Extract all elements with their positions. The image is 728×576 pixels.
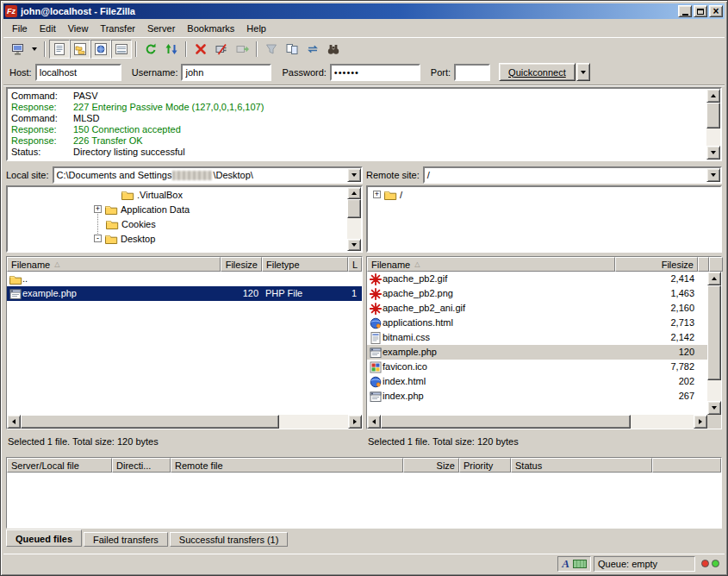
username-input[interactable]: [181, 64, 271, 81]
toggle-remote-tree-button[interactable]: [90, 40, 111, 59]
menu-file[interactable]: File: [6, 21, 34, 36]
close-button[interactable]: [709, 5, 723, 17]
local-list-header: Filename△ Filesize Filetype L: [7, 257, 362, 272]
combo-dropdown-button[interactable]: [706, 168, 720, 182]
menu-edit[interactable]: Edit: [34, 21, 62, 36]
menu-bookmarks[interactable]: Bookmarks: [181, 21, 240, 36]
reconnect-button[interactable]: [232, 40, 252, 59]
indicator-panel: A: [557, 556, 591, 572]
disconnect-icon: [215, 42, 228, 56]
password-input[interactable]: [330, 64, 420, 81]
scroll-thumb[interactable]: [381, 415, 631, 429]
scroll-up-button[interactable]: [706, 89, 720, 103]
find-files-button[interactable]: [323, 40, 344, 59]
disconnect-button[interactable]: [211, 40, 232, 59]
local-tree-icon: [73, 42, 87, 56]
column-header-server-local-file[interactable]: Server/Local file: [7, 458, 112, 473]
scroll-thumb[interactable]: [347, 199, 361, 218]
column-header-remote-file[interactable]: Remote file: [171, 458, 403, 473]
scroll-up-button[interactable]: [347, 187, 361, 199]
site-manager-dropdown[interactable]: [28, 40, 40, 59]
process-queue-button[interactable]: [161, 40, 182, 59]
column-header-size[interactable]: Size: [403, 458, 459, 473]
refresh-button[interactable]: [140, 40, 161, 59]
column-header-status[interactable]: Status: [511, 458, 652, 473]
scroll-right-button[interactable]: [348, 415, 362, 429]
menu-server[interactable]: Server: [141, 21, 181, 36]
tab-failed-transfers[interactable]: Failed transfers: [84, 532, 168, 547]
compare-button[interactable]: [282, 40, 302, 59]
local-site-combo[interactable]: C:\Documents and Settings\Desktop\: [53, 166, 363, 184]
tree-item-application-data[interactable]: + Application Data: [8, 202, 361, 216]
expand-icon[interactable]: +: [373, 191, 381, 198]
scroll-up-button[interactable]: [707, 272, 721, 285]
menu-bar: File Edit View Transfer Server Bookmarks…: [3, 20, 725, 37]
column-header-last-modified[interactable]: L: [348, 257, 362, 272]
site-manager-button[interactable]: [8, 40, 28, 59]
remote-file-row[interactable]: apache_pb2.gif 2,414: [367, 272, 707, 286]
remote-site-combo[interactable]: /: [423, 166, 722, 184]
port-input[interactable]: [454, 64, 490, 81]
transfer-type-icon[interactable]: A: [562, 558, 569, 569]
scroll-thumb[interactable]: [707, 285, 721, 380]
quickconnect-dropdown[interactable]: [576, 63, 590, 81]
toggle-transfer-queue-button[interactable]: [111, 40, 132, 59]
scroll-down-button[interactable]: [707, 401, 721, 415]
menu-help[interactable]: Help: [240, 21, 272, 36]
tree-item-virtualbox[interactable]: .VirtualBox: [8, 187, 361, 202]
scroll-right-button[interactable]: [694, 415, 707, 429]
menu-view[interactable]: View: [62, 21, 95, 36]
title-bar[interactable]: Fz john@localhost - FileZilla: [3, 3, 725, 19]
local-list-hscrollbar[interactable]: [7, 415, 362, 429]
scroll-thumb[interactable]: [706, 103, 720, 128]
synchronized-browsing-button[interactable]: [302, 40, 323, 59]
log-scrollbar[interactable]: [706, 89, 720, 160]
remote-file-row[interactable]: apache_pb2_ani.gif 2,160: [367, 301, 707, 316]
remote-file-row-example-php[interactable]: example.php 120: [367, 345, 707, 360]
tree-item-desktop[interactable]: - Desktop: [8, 231, 361, 246]
toggle-local-tree-button[interactable]: [70, 40, 90, 59]
remote-file-row[interactable]: index.html 202: [367, 374, 707, 389]
column-header-filename[interactable]: Filename△: [367, 257, 615, 272]
column-header-filename[interactable]: Filename△: [7, 257, 221, 272]
remote-file-row[interactable]: favicon.ico 7,782: [367, 360, 707, 374]
maximize-button[interactable]: [694, 5, 707, 17]
tab-queued-files[interactable]: Queued files: [6, 529, 82, 547]
expand-icon[interactable]: +: [94, 205, 102, 213]
local-file-row-parent[interactable]: ..: [7, 272, 362, 286]
column-header-direction[interactable]: Directi...: [112, 458, 171, 473]
local-file-row-example-php[interactable]: example.php 120 PHP File 1: [7, 286, 362, 301]
toggle-message-log-button[interactable]: [49, 40, 70, 59]
cancel-icon: [194, 42, 208, 56]
column-header-priority[interactable]: Priority: [459, 458, 511, 473]
raw-listing-icon[interactable]: [573, 560, 587, 568]
quickconnect-button[interactable]: Quickconnect: [499, 63, 576, 81]
column-header-filesize[interactable]: Filesize: [221, 257, 262, 272]
column-header-filetype[interactable]: Filetype: [262, 257, 348, 272]
reconnect-icon: [235, 42, 249, 56]
column-header-filesize[interactable]: Filesize: [615, 257, 698, 272]
host-input[interactable]: [35, 64, 121, 81]
remote-list-vscrollbar[interactable]: [707, 272, 721, 415]
remote-file-row[interactable]: apache_pb2.png 1,463: [367, 286, 707, 301]
cancel-button[interactable]: [190, 40, 211, 59]
remote-file-row[interactable]: index.php 267: [367, 389, 707, 404]
local-pane: Local site: C:\Documents and Settings\De…: [6, 166, 363, 451]
scroll-left-button[interactable]: [367, 415, 381, 429]
tree-item-root[interactable]: + /: [368, 187, 720, 202]
scroll-down-button[interactable]: [347, 239, 361, 251]
remote-file-row[interactable]: applications.html 2,713: [367, 316, 707, 330]
minimize-button[interactable]: [678, 5, 692, 17]
local-tree-scrollbar[interactable]: [347, 187, 361, 251]
menu-transfer[interactable]: Transfer: [94, 21, 141, 36]
scroll-down-button[interactable]: [706, 146, 720, 160]
filter-button[interactable]: [261, 40, 282, 59]
combo-dropdown-button[interactable]: [347, 168, 361, 182]
collapse-icon[interactable]: -: [94, 235, 102, 242]
scroll-left-button[interactable]: [7, 415, 21, 429]
tab-successful-transfers[interactable]: Successful transfers (1): [170, 532, 289, 547]
tree-item-cookies[interactable]: Cookies: [8, 216, 361, 231]
scroll-thumb[interactable]: [21, 415, 279, 429]
remote-file-row[interactable]: bitnami.css 2,142: [367, 330, 707, 345]
remote-list-hscrollbar[interactable]: [367, 415, 707, 429]
